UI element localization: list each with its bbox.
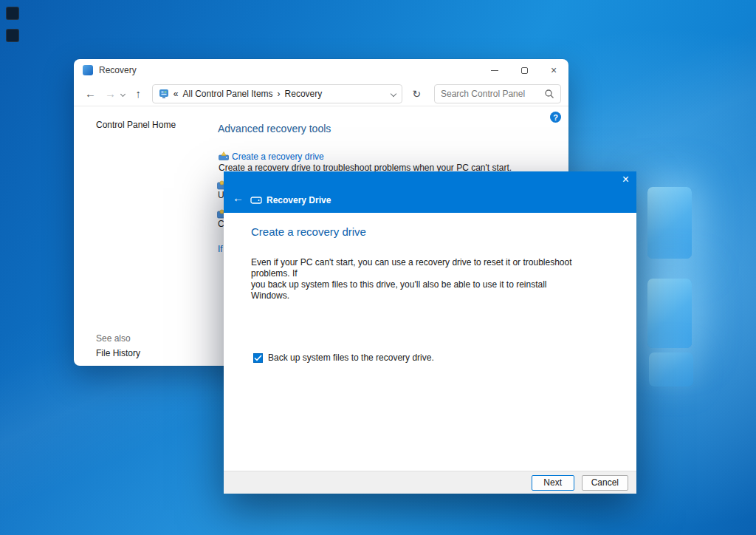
recovery-window-titlebar[interactable]: Recovery ×	[74, 59, 568, 81]
maximize-icon	[521, 67, 528, 74]
window-title: Recovery	[99, 65, 137, 75]
recovery-app-icon	[83, 65, 93, 75]
recovery-drive-wizard: × ← Recovery Drive Create a recovery dri…	[224, 171, 636, 494]
minimize-icon	[491, 70, 498, 71]
refresh-icon: ↻	[413, 88, 422, 100]
see-also-label: See also	[96, 333, 131, 344]
up-icon: ↑	[136, 87, 142, 100]
address-dropdown-chevron-icon[interactable]	[391, 90, 396, 96]
breadcrumb-item-all-control-panel-items[interactable]: All Control Panel Items	[183, 89, 273, 99]
desktop: Recovery × ← → ↑ « All Control Panel Ite…	[0, 0, 756, 535]
explorer-navbar: ← → ↑ « All Control Panel Items › Recove…	[74, 81, 568, 106]
breadcrumb-separator-icon: ›	[278, 89, 281, 99]
backup-system-files-option[interactable]: Back up system files to the recovery dri…	[253, 352, 434, 363]
recent-locations-chevron-icon[interactable]	[120, 92, 126, 97]
forward-icon: →	[105, 87, 116, 100]
search-icon[interactable]	[544, 89, 554, 99]
wizard-back-button[interactable]: ←	[233, 192, 244, 203]
forward-button[interactable]: →	[101, 84, 120, 103]
sidebar-item-control-panel-home[interactable]: Control Panel Home	[96, 120, 176, 130]
next-button[interactable]: Next	[532, 475, 574, 491]
wizard-footer: Next Cancel	[224, 471, 636, 494]
close-icon: ×	[551, 65, 557, 75]
up-button[interactable]: ↑	[129, 84, 148, 103]
desktop-icon-2[interactable]	[6, 29, 19, 42]
address-bar[interactable]: « All Control Panel Items › Recovery	[152, 84, 402, 103]
windows-logo-pane-partial	[649, 352, 693, 386]
cancel-button[interactable]: Cancel	[582, 475, 628, 491]
back-icon: ←	[85, 87, 96, 100]
wizard-body-line2: you back up system files to this drive, …	[251, 279, 583, 301]
desktop-icon-1[interactable]	[6, 7, 19, 20]
breadcrumb-overflow-button[interactable]: «	[173, 89, 179, 99]
wizard-close-button[interactable]: ×	[622, 174, 629, 185]
wizard-body-line1: Even if your PC can't start, you can use…	[251, 257, 583, 279]
minimize-button[interactable]	[480, 59, 509, 81]
breadcrumb-item-recovery[interactable]: Recovery	[285, 89, 323, 99]
sidebar-item-file-history[interactable]: File History	[96, 348, 140, 358]
windows-logo-pane-top	[647, 187, 692, 259]
wizard-title: Recovery Drive	[267, 195, 331, 205]
recovery-drive-icon	[219, 151, 229, 161]
close-button[interactable]: ×	[539, 59, 568, 81]
create-recovery-drive-link[interactable]: Create a recovery drive	[232, 151, 324, 162]
maximize-button[interactable]	[509, 59, 539, 81]
drive-icon	[250, 196, 262, 205]
backup-system-files-label: Back up system files to the recovery dri…	[268, 352, 434, 363]
search-box[interactable]	[434, 84, 561, 103]
search-input[interactable]	[441, 89, 544, 99]
hidden-link-fragment[interactable]: If	[218, 244, 223, 254]
windows-logo-pane-bottom	[647, 279, 692, 348]
back-button[interactable]: ←	[81, 84, 100, 103]
refresh-button[interactable]: ↻	[408, 84, 425, 103]
backup-system-files-checkbox[interactable]	[253, 353, 263, 363]
wizard-titlebar[interactable]: × ← Recovery Drive	[224, 171, 636, 213]
wizard-body-text: Even if your PC can't start, you can use…	[251, 257, 583, 301]
wizard-heading: Create a recovery drive	[251, 225, 366, 238]
page-title: Advanced recovery tools	[218, 123, 331, 134]
help-icon[interactable]: ?	[550, 112, 561, 123]
control-panel-icon	[159, 89, 169, 99]
